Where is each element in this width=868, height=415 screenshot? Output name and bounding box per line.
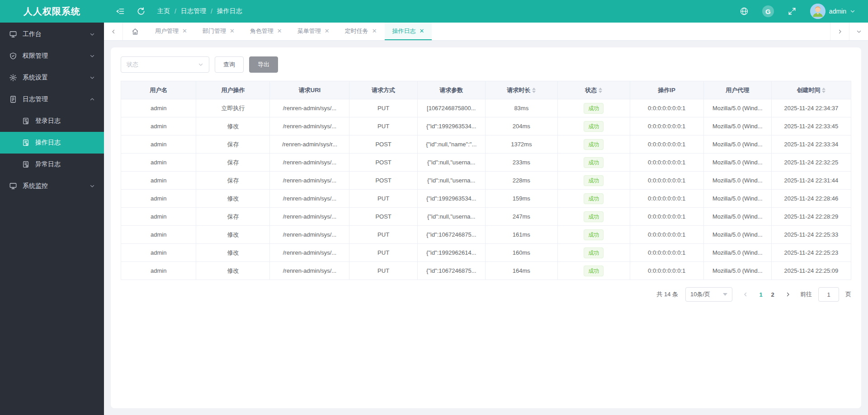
monitor-icon xyxy=(9,182,17,190)
language-globe-icon[interactable] xyxy=(740,7,749,16)
query-button[interactable]: 查询 xyxy=(215,56,244,73)
status-cell: 成功 xyxy=(557,262,630,280)
status-cell: 成功 xyxy=(557,172,630,190)
tab-item[interactable]: 菜单管理 ✕ xyxy=(290,23,337,40)
table-row: admin修改/renren-admin/sys/...PUT{"id":199… xyxy=(121,117,851,135)
tab-item[interactable]: 定时任务 ✕ xyxy=(337,23,385,40)
tabs-menu-button[interactable] xyxy=(849,23,868,40)
collapse-sidebar-icon[interactable] xyxy=(116,7,125,16)
table-cell: 2025-11-24 22:34:37 xyxy=(771,99,851,117)
table-cell: 保存 xyxy=(196,154,270,172)
tab-item[interactable]: 角色管理 ✕ xyxy=(242,23,290,40)
page-unit-label: 页 xyxy=(845,290,851,298)
user-menu[interactable]: admin xyxy=(810,4,855,19)
status-badge: 成功 xyxy=(584,266,604,276)
chevron-down-icon xyxy=(90,75,95,80)
table-cell: 159ms xyxy=(485,190,557,208)
tab-item[interactable]: 部门管理 ✕ xyxy=(195,23,242,40)
status-badge: 成功 xyxy=(584,211,604,222)
table-cell: 233ms xyxy=(485,154,557,172)
table-cell: Mozilla/5.0 (Wind... xyxy=(703,262,771,280)
sidebar-subitem[interactable]: 登录日志 xyxy=(0,110,104,132)
tab-item[interactable]: 用户管理 ✕ xyxy=(147,23,195,40)
breadcrumb-item[interactable]: 主页 xyxy=(157,7,170,15)
sidebar-subitem[interactable]: 操作日志 xyxy=(0,132,104,154)
column-header-label: 请求URI xyxy=(299,86,321,94)
operation-log-card: 状态 查询 导出 用户名 用户操作 请求URI 请求方式 请求参数 请求时长 状… xyxy=(111,47,861,408)
sidebar-item[interactable]: 系统监控 xyxy=(0,175,104,197)
home-tab[interactable] xyxy=(123,23,147,40)
table-cell: /renren-admin/sys/... xyxy=(270,172,349,190)
status-cell: 成功 xyxy=(557,117,630,135)
tab-active[interactable]: 操作日志 ✕ xyxy=(385,23,432,40)
sidebar-subitem[interactable]: 异常日志 xyxy=(0,154,104,175)
fullscreen-icon[interactable] xyxy=(788,7,797,16)
close-tab-icon[interactable]: ✕ xyxy=(325,28,330,34)
chevron-down-icon xyxy=(90,32,95,37)
close-tab-icon[interactable]: ✕ xyxy=(230,28,235,34)
table-cell: 保存 xyxy=(196,208,270,226)
close-tab-icon[interactable]: ✕ xyxy=(420,28,425,34)
table-cell: Mozilla/5.0 (Wind... xyxy=(703,172,771,190)
tabs-scroll-left-button[interactable] xyxy=(104,23,123,40)
export-button[interactable]: 导出 xyxy=(249,56,278,73)
column-header[interactable]: 请求时长 xyxy=(485,81,557,99)
page-number[interactable]: 1 xyxy=(755,287,767,302)
sidebar-subitem-label: 异常日志 xyxy=(35,160,61,168)
column-header: 请求方式 xyxy=(349,81,417,99)
table-cell: Mozilla/5.0 (Wind... xyxy=(703,190,771,208)
column-header: 用户代理 xyxy=(703,81,771,99)
page-number[interactable]: 2 xyxy=(767,287,778,302)
table-cell: /renren-admin/sys/... xyxy=(270,117,349,135)
sidebar-item[interactable]: 权限管理 xyxy=(0,45,104,67)
table-cell: 保存 xyxy=(196,172,270,190)
page-content: 状态 查询 导出 用户名 用户操作 请求URI 请求方式 请求参数 请求时长 状… xyxy=(104,41,868,415)
sort-caret-icon[interactable] xyxy=(532,88,536,93)
breadcrumb-item[interactable]: 日志管理 xyxy=(181,7,206,15)
column-header[interactable]: 创建时间 xyxy=(771,81,851,99)
sidebar-menu: 工作台 权限管理 系统设置 日志管理 登录日志 操作日志 异常日志 系统监控 xyxy=(0,23,104,197)
sort-caret-icon[interactable] xyxy=(822,88,826,93)
table-cell: admin xyxy=(121,99,196,117)
table-cell: 83ms xyxy=(485,99,557,117)
tabs-scroll-right-button[interactable] xyxy=(830,23,849,40)
prev-page-button[interactable] xyxy=(740,287,751,302)
table-cell: /renren-admin/sys/... xyxy=(270,154,349,172)
close-tab-icon[interactable]: ✕ xyxy=(372,28,377,34)
table-cell: {"id":null,"userna... xyxy=(417,208,485,226)
table-cell: 2025-11-24 22:25:33 xyxy=(771,226,851,244)
sidebar-item[interactable]: 日志管理 xyxy=(0,89,104,110)
pagination-total: 共 14 条 xyxy=(656,290,678,298)
column-header: 用户操作 xyxy=(196,81,270,99)
table-cell: Mozilla/5.0 (Wind... xyxy=(703,117,771,135)
table-cell: 0:0:0:0:0:0:0:1 xyxy=(630,244,703,262)
goto-page-input[interactable] xyxy=(818,287,839,302)
next-page-button[interactable] xyxy=(782,287,794,302)
sidebar-item-label: 系统设置 xyxy=(23,74,48,82)
sidebar-item[interactable]: 工作台 xyxy=(0,23,104,45)
column-header[interactable]: 状态 xyxy=(557,81,630,99)
table-cell: {"id":1067246875... xyxy=(417,262,485,280)
sidebar-item-label: 权限管理 xyxy=(23,52,48,60)
status-select[interactable]: 状态 xyxy=(121,56,209,73)
column-header: 请求参数 xyxy=(417,81,485,99)
close-tab-icon[interactable]: ✕ xyxy=(277,28,282,34)
close-tab-icon[interactable]: ✕ xyxy=(182,28,187,34)
table-cell: admin xyxy=(121,208,196,226)
refresh-icon[interactable] xyxy=(137,7,146,16)
table-cell: PUT xyxy=(349,262,417,280)
table-cell: /renren-admin/sys/... xyxy=(270,208,349,226)
sidebar-item[interactable]: 系统设置 xyxy=(0,67,104,89)
breadcrumb-item[interactable]: 操作日志 xyxy=(217,7,242,15)
table-cell: 0:0:0:0:0:0:0:1 xyxy=(630,262,703,280)
column-header-label: 状态 xyxy=(585,86,597,94)
page-size-select[interactable]: 10条/页 xyxy=(685,287,732,302)
column-header-label: 请求方式 xyxy=(372,86,395,94)
table-cell: admin xyxy=(121,135,196,154)
page-size-value: 10条/页 xyxy=(690,290,710,298)
gitee-icon[interactable]: G xyxy=(762,5,774,17)
sort-caret-icon[interactable] xyxy=(599,88,602,93)
status-select-placeholder: 状态 xyxy=(127,61,138,69)
doc-icon xyxy=(22,139,30,147)
table-cell: PUT xyxy=(349,190,417,208)
